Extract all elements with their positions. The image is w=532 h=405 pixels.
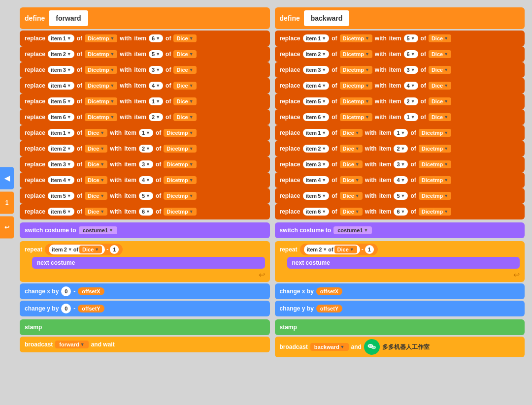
replace-row: replace item 4 ▼ of Dicetmp ▼ with item … xyxy=(275,78,525,93)
replace-row: replace item 6 ▼ of Dicetmp ▼ with item … xyxy=(20,109,270,125)
item-label: item xyxy=(52,247,63,252)
side-panel: ◀ 1 ↩ xyxy=(0,167,14,238)
watermark-text: 多多机器人工作室 xyxy=(382,343,430,351)
svg-point-1 xyxy=(371,346,376,349)
left-repeat-block: repeat item 2 ▼ of Dice ▼ - 1 xyxy=(20,241,270,282)
replace-row: replace item 4 ▼ of Dicetmp ▼ with item … xyxy=(20,78,270,93)
replace-row: replace item 1 ▼ of Dice ▼ with item 1 ▼… xyxy=(275,125,525,141)
right-stamp: stamp xyxy=(275,319,525,335)
main-container: define forward replace item 1 ▼ of Dicet… xyxy=(0,0,532,405)
right-broadcast-dropdown[interactable]: backward ▼ xyxy=(310,343,349,351)
svg-point-5 xyxy=(374,347,375,348)
replace-row: replace item 6 ▼ of Dice ▼ with item 6 ▼… xyxy=(275,204,525,219)
left-repeat-item-bubble[interactable]: item 2 ▼ of Dice ▼ xyxy=(49,245,105,254)
left-offsetx: offsetX xyxy=(78,287,104,295)
replace-row: replace item 3 ▼ of Dicetmp ▼ with item … xyxy=(275,62,525,78)
replace-row: replace item 2 ▼ of Dicetmp ▼ with item … xyxy=(275,46,525,62)
replace-row: replace item 4 ▼ of Dice ▼ with item 4 ▼… xyxy=(275,172,525,188)
of-label: of xyxy=(73,247,78,252)
right-change-y: change y by offsetY xyxy=(275,301,525,316)
right-switch-costume: switch costume to costume1 ▼ xyxy=(275,222,525,238)
repeat-label-r: repeat xyxy=(280,246,298,253)
replace-row: replace item 3 ▼ of Dice ▼ with item 3 ▼… xyxy=(20,156,270,172)
broadcast-and: and xyxy=(351,343,362,350)
right-repeat-block: repeat item 2 ▼ of Dice ▼ - 1 xyxy=(275,241,525,282)
left-broadcast-dropdown[interactable]: forward ▼ xyxy=(55,341,88,348)
replace-row: replace item 6 ▼ of Dice ▼ with item 6 ▼… xyxy=(20,204,270,219)
svg-point-4 xyxy=(372,347,373,348)
side-btn-arrow2[interactable]: ↩ xyxy=(0,216,14,238)
right-replace-rows: replace item 1 ▼ of Dicetmp ▼ with item … xyxy=(275,31,525,219)
left-change-x: change x by 0 - offsetX xyxy=(20,283,270,299)
right-next-costume: next costume xyxy=(287,257,520,269)
right-broadcast: broadcast backward ▼ and 多多机器人工作室 xyxy=(275,337,525,357)
side-btn-arrow[interactable]: ◀ xyxy=(0,167,14,189)
replace-row: replace item 5 ▼ of Dicetmp ▼ with item … xyxy=(275,93,525,109)
replace-row: replace item 1 ▼ of Dice ▼ with item 1 ▼… xyxy=(20,125,270,141)
replace-row: replace item 3 ▼ of Dice ▼ with item 3 ▼… xyxy=(275,156,525,172)
left-broadcast: broadcast forward ▼ and wait xyxy=(20,337,270,352)
left-repeat-expr: item 2 ▼ of Dice ▼ - 1 xyxy=(45,244,123,255)
define-forward-block: define forward xyxy=(20,7,270,29)
left-repeat-header: repeat item 2 ▼ of Dice ▼ - 1 xyxy=(25,244,265,255)
left-column: define forward replace item 1 ▼ of Dicet… xyxy=(20,7,270,398)
replace-row: replace item 2 ▼ of Dice ▼ with item 2 ▼… xyxy=(20,141,270,156)
replace-row: replace item 5 ▼ of Dice ▼ with item 5 ▼… xyxy=(20,188,270,204)
replace-row: replace item 3 ▼ of Dicetmp ▼ with item … xyxy=(20,62,270,78)
replace-row: replace item 6 ▼ of Dicetmp ▼ with item … xyxy=(275,109,525,125)
side-btn-1[interactable]: 1 xyxy=(0,191,14,214)
left-repeat-footer: ↩ xyxy=(25,270,265,280)
right-repeat-list[interactable]: Dice ▼ xyxy=(334,246,357,253)
repeat-arrow-r: ↩ xyxy=(513,270,520,280)
right-repeat-item-bubble[interactable]: item 2 ▼ of Dice ▼ xyxy=(304,245,360,254)
define-label-left: define xyxy=(25,14,45,22)
left-change-y: change y by 0 - offsetY xyxy=(20,301,270,316)
next-costume-label-r: next costume xyxy=(292,259,330,266)
repeat-label: repeat xyxy=(25,246,42,253)
replace-row: replace item 1 ▼ of Dicetmp ▼ with item … xyxy=(20,31,270,46)
replace-row: replace item 5 ▼ of Dice ▼ with item 5 ▼… xyxy=(275,188,525,204)
right-offsetx: offsetX xyxy=(316,287,342,295)
right-offsety: offsetY xyxy=(316,305,342,312)
svg-point-3 xyxy=(370,345,371,346)
define-name-right: backward xyxy=(304,10,350,26)
define-label-right: define xyxy=(280,14,300,22)
left-switch-costume: switch costume to costume1 ▼ xyxy=(20,222,270,238)
left-replace-rows: replace item 1 ▼ of Dicetmp ▼ with item … xyxy=(20,31,270,219)
left-stamp: stamp xyxy=(20,319,270,335)
replace-row: replace item 1 ▼ of Dicetmp ▼ with item … xyxy=(275,31,525,46)
define-name-left: forward xyxy=(49,10,88,26)
replace-row: replace item 5 ▼ of Dicetmp ▼ with item … xyxy=(20,93,270,109)
left-repeat-list[interactable]: Dice ▼ xyxy=(79,246,102,253)
left-offsety: offsetY xyxy=(78,305,104,312)
repeat-arrow: ↩ xyxy=(259,270,265,280)
right-repeat-footer: ↩ xyxy=(280,270,520,280)
wechat-icon xyxy=(364,339,380,355)
right-repeat-header: repeat item 2 ▼ of Dice ▼ - 1 xyxy=(280,244,520,255)
replace-row: replace item 2 ▼ of Dice ▼ with item 2 ▼… xyxy=(275,141,525,156)
right-change-x: change x by offsetX xyxy=(275,283,525,299)
left-costume-dropdown[interactable]: costume1 ▼ xyxy=(79,226,117,234)
replace-row: replace item 4 ▼ of Dice ▼ with item 4 ▼… xyxy=(20,172,270,188)
right-costume-dropdown[interactable]: costume1 ▼ xyxy=(333,226,372,234)
left-next-costume: next costume xyxy=(32,257,265,269)
right-column: define backward replace item 1 ▼ of Dice… xyxy=(275,7,525,398)
switch-label: switch costume to xyxy=(25,227,76,234)
replace-row: replace item 2 ▼ of Dicetmp ▼ with item … xyxy=(20,46,270,62)
define-backward-block: define backward xyxy=(275,7,525,29)
right-repeat-expr: item 2 ▼ of Dice ▼ - 1 xyxy=(300,244,378,255)
svg-point-2 xyxy=(369,345,370,346)
next-costume-label: next costume xyxy=(37,259,75,266)
